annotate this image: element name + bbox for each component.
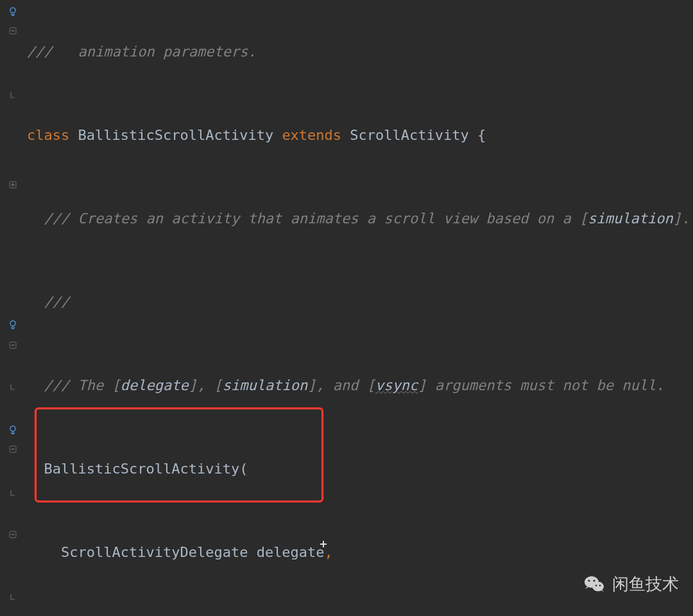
keyword-extends: extends bbox=[282, 127, 341, 143]
watermark: 闲鱼技术 bbox=[583, 572, 679, 595]
code-line[interactable]: /// bbox=[26, 292, 693, 313]
comment-text: /// animation parameters. bbox=[27, 44, 257, 60]
superclass-name: ScrollActivity bbox=[350, 127, 468, 143]
resize-handle-icon[interactable] bbox=[318, 497, 329, 508]
override-down-icon[interactable] bbox=[8, 320, 18, 330]
svg-point-18 bbox=[588, 579, 590, 581]
param: delegate bbox=[248, 544, 324, 560]
brace: { bbox=[469, 127, 486, 143]
svg-point-20 bbox=[595, 585, 597, 586]
fold-minus-icon[interactable] bbox=[8, 26, 18, 36]
code-area[interactable]: /// animation parameters. class Ballisti… bbox=[26, 0, 693, 616]
watermark-text: 闲鱼技术 bbox=[612, 574, 679, 595]
fold-minus-icon[interactable] bbox=[8, 444, 18, 454]
constructor-name: BallisticScrollActivity bbox=[44, 461, 240, 477]
code-editor[interactable]: /// animation parameters. class Ballisti… bbox=[0, 0, 693, 616]
doc-comment: /// The [ bbox=[44, 377, 121, 393]
fold-minus-icon[interactable] bbox=[8, 529, 18, 540]
fold-minus-icon[interactable] bbox=[8, 340, 18, 350]
fold-end-icon[interactable] bbox=[8, 90, 18, 100]
doc-link: simulation bbox=[223, 377, 307, 393]
code-line[interactable]: /// animation parameters. bbox=[26, 42, 693, 63]
doc-link: delegate bbox=[121, 377, 189, 393]
fold-end-icon[interactable] bbox=[8, 488, 18, 498]
svg-point-21 bbox=[599, 585, 601, 586]
doc-link: vsync bbox=[375, 377, 418, 393]
paren: ( bbox=[239, 461, 248, 477]
doc-comment: ], [ bbox=[189, 377, 223, 393]
doc-comment: ] arguments must not be null. bbox=[418, 377, 664, 393]
svg-point-19 bbox=[593, 579, 595, 581]
doc-comment: /// bbox=[44, 294, 70, 310]
type: ScrollActivityDelegate bbox=[61, 544, 248, 560]
override-down-icon[interactable] bbox=[8, 6, 18, 17]
doc-link: simulation bbox=[588, 210, 672, 227]
class-name: BallisticScrollActivity bbox=[78, 127, 273, 143]
fold-plus-icon[interactable] bbox=[8, 180, 18, 190]
code-line[interactable]: /// Creates an activity that animates a … bbox=[26, 209, 693, 230]
wechat-icon bbox=[583, 572, 606, 595]
gutter bbox=[0, 0, 26, 616]
doc-comment: ]. bbox=[673, 210, 690, 227]
fold-end-icon[interactable] bbox=[8, 592, 18, 602]
doc-comment: /// Creates an activity that animates a … bbox=[44, 210, 588, 227]
comma: , bbox=[325, 544, 333, 560]
svg-point-6 bbox=[10, 321, 15, 326]
svg-point-17 bbox=[592, 582, 604, 592]
highlight-box bbox=[35, 407, 323, 502]
code-line[interactable]: /// The [delegate], [simulation], and [v… bbox=[26, 375, 693, 397]
code-line[interactable]: ScrollActivityDelegate delegate, bbox=[26, 542, 693, 563]
code-line[interactable]: class BallisticScrollActivity extends Sc… bbox=[26, 125, 693, 146]
svg-point-0 bbox=[10, 8, 15, 13]
override-down-icon[interactable] bbox=[8, 425, 18, 435]
svg-point-9 bbox=[10, 426, 15, 431]
fold-end-icon[interactable] bbox=[8, 382, 18, 392]
keyword-class: class bbox=[27, 127, 69, 143]
doc-comment: ], and [ bbox=[307, 377, 375, 393]
code-line[interactable]: BallisticScrollActivity( bbox=[26, 459, 693, 480]
